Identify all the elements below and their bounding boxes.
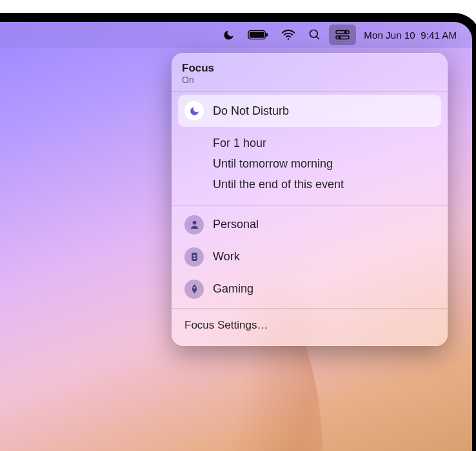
dnd-duration-option[interactable]: For 1 hour xyxy=(213,135,435,153)
svg-rect-2 xyxy=(266,33,268,37)
menubar: Mon Jun 10 9:41 AM xyxy=(0,22,472,48)
spotlight-search-icon[interactable] xyxy=(302,22,328,48)
focus-mode-personal[interactable]: Personal xyxy=(182,209,437,241)
menubar-clock[interactable]: Mon Jun 10 9:41 AM xyxy=(357,22,463,48)
dnd-duration-option[interactable]: Until tomorrow morning xyxy=(213,155,435,173)
focus-mode-gaming[interactable]: Gaming xyxy=(182,273,437,305)
focus-mode-label: Gaming xyxy=(213,282,253,296)
person-icon xyxy=(184,215,204,235)
focus-panel-status: On xyxy=(182,75,437,85)
rocket-icon xyxy=(184,280,204,299)
svg-point-9 xyxy=(339,36,341,39)
svg-point-12 xyxy=(193,255,195,257)
svg-line-5 xyxy=(317,37,319,39)
svg-rect-8 xyxy=(336,36,349,39)
svg-point-14 xyxy=(193,287,195,289)
moon-icon xyxy=(184,101,204,120)
badge-icon xyxy=(184,247,204,267)
focus-mode-label: Do Not Disturb xyxy=(213,104,289,118)
focus-panel: Focus On Do Not Disturb For 1 hour Until… xyxy=(172,53,448,346)
svg-rect-1 xyxy=(250,32,264,37)
dnd-duration-option[interactable]: Until the end of this event xyxy=(213,176,435,194)
focus-mode-work[interactable]: Work xyxy=(182,241,437,273)
svg-point-7 xyxy=(344,31,347,34)
svg-point-10 xyxy=(192,221,196,225)
svg-point-4 xyxy=(310,30,318,38)
focus-menubar-icon[interactable] xyxy=(216,22,241,48)
divider xyxy=(172,206,448,206)
focus-mode-dnd[interactable]: Do Not Disturb xyxy=(178,95,441,127)
focus-mode-label: Personal xyxy=(213,218,259,231)
dnd-duration-options: For 1 hour Until tomorrow morning Until … xyxy=(182,128,437,203)
wifi-icon[interactable] xyxy=(275,22,302,48)
focus-mode-label: Work xyxy=(213,250,240,264)
focus-panel-title: Focus xyxy=(182,62,437,75)
svg-rect-6 xyxy=(336,31,349,34)
divider xyxy=(172,308,448,309)
divider xyxy=(172,91,448,92)
svg-point-3 xyxy=(288,38,290,40)
control-center-icon[interactable] xyxy=(329,24,356,45)
focus-settings-link[interactable]: Focus Settings… xyxy=(182,311,437,341)
svg-rect-13 xyxy=(193,258,195,259)
battery-icon[interactable] xyxy=(241,22,275,48)
